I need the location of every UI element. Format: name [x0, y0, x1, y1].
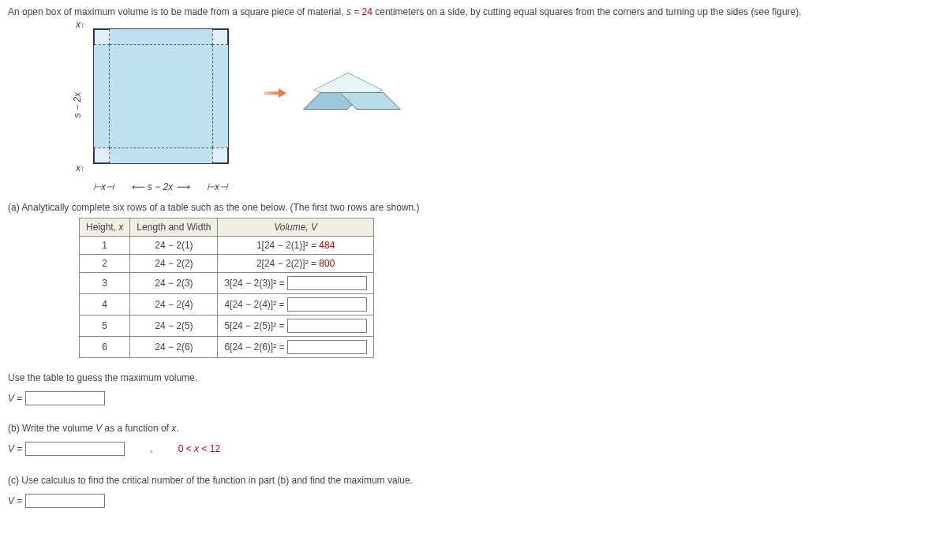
table-row: 124 − 2(1)1[24 − 2(1)]² = 484 [80, 237, 374, 255]
table-row: 224 − 2(2)2[24 − 2(2)]² = 800 [80, 255, 374, 273]
fold-bottom [110, 147, 212, 163]
side-label-bottom: ⟵ s − 2x ⟶ [131, 181, 189, 192]
part-c-row: V = [8, 494, 105, 508]
corner-cut-br [212, 147, 228, 163]
cell-length-width: 24 − 2(5) [130, 315, 218, 337]
equals: = [351, 6, 362, 17]
volume-value: 484 [319, 240, 335, 251]
figure-box3d [308, 65, 395, 121]
corner-cut-tl [94, 29, 110, 45]
cell-height: 6 [80, 337, 130, 358]
domain-constraint: 0 < x < 12 [178, 443, 220, 454]
bottom-labels: ⊢x⊣ ⟵ s − 2x ⟶ ⊢x⊣ [93, 181, 227, 192]
corner-cut-tr [212, 29, 228, 45]
table-row: 524 − 2(5)5[24 − 2(5)]² = [80, 315, 374, 337]
fold-left [94, 45, 110, 147]
cell-volume: 3[24 − 2(3)]² = [218, 273, 373, 294]
volume-input-row-6[interactable] [287, 340, 367, 354]
vertical-side-label: s − 2x [72, 92, 83, 118]
th-volume: Volume, V [218, 218, 373, 237]
cell-length-width: 24 − 2(4) [130, 294, 218, 315]
part-a-prompt: (a) Analytically complete six rows of a … [8, 202, 939, 213]
comma: , [150, 443, 152, 454]
volume-function-input[interactable] [25, 442, 125, 456]
x-label-br: ⊢x⊣ [207, 181, 227, 192]
table-row: 624 − 2(6)6[24 − 2(6)]² = [80, 337, 374, 358]
cell-length-width: 24 − 2(3) [130, 273, 218, 294]
v-equals-a: V = [8, 393, 22, 404]
volume-input-row-5[interactable] [287, 319, 367, 333]
guess-row: V = [8, 391, 105, 405]
square-sheet [93, 28, 229, 164]
x-label-bl: ⊢x⊣ [93, 181, 114, 192]
cell-height: 5 [80, 315, 130, 337]
table-row: 424 − 2(4)4[24 − 2(4)]² = [80, 294, 374, 315]
part-c-prompt: (c) Use calculus to find the critical nu… [8, 475, 939, 486]
v-equals-c: V = [8, 495, 22, 506]
volume-table: Height, x Length and Width Volume, V 124… [79, 218, 374, 358]
arrow-icon [264, 89, 288, 97]
x-label-bottom-left: x↕ [76, 162, 84, 174]
th-length-width: Length and Width [130, 218, 218, 237]
guess-max-volume-input[interactable] [25, 391, 105, 405]
problem-statement: An open box of maximum volume is to be m… [8, 6, 939, 17]
cell-length-width: 24 − 2(6) [130, 337, 218, 358]
cell-volume: 1[24 − 2(1)]² = 484 [218, 237, 373, 255]
volume-input-row-3[interactable] [287, 276, 367, 290]
cell-volume: 5[24 − 2(5)]² = [218, 315, 373, 337]
volume-value: 800 [319, 258, 335, 269]
cell-volume: 2[24 − 2(2)]² = 800 [218, 255, 373, 273]
fold-top [110, 29, 212, 45]
max-value-input[interactable] [25, 494, 105, 508]
th-height: Height, x [80, 218, 130, 237]
cell-height: 1 [80, 237, 130, 255]
cell-height: 3 [80, 273, 130, 294]
part-b-prompt: (b) Write the volume V as a function of … [8, 423, 939, 434]
table-row: 324 − 2(3)3[24 − 2(3)]² = [80, 273, 374, 294]
cell-height: 4 [80, 294, 130, 315]
figure-flat: s − 2x x↕ x↕ ⊢x⊣ ⟵ s − 2x ⟶ ⊢x⊣ [79, 22, 245, 188]
part-b-row: V = , 0 < x < 12 [8, 442, 220, 456]
cell-length-width: 24 − 2(1) [130, 237, 218, 255]
cell-volume: 4[24 − 2(4)]² = [218, 294, 373, 315]
fold-right [212, 45, 228, 147]
s-value: 24 [362, 6, 372, 17]
volume-input-row-4[interactable] [287, 297, 367, 312]
intro-post: centimeters on a side, by cutting equal … [372, 6, 802, 17]
figure: s − 2x x↕ x↕ ⊢x⊣ ⟵ s − 2x ⟶ ⊢x⊣ [79, 22, 939, 188]
v-equals-b: V = [8, 443, 22, 454]
intro-pre: An open box of maximum volume is to be m… [8, 6, 346, 17]
corner-cut-bl [94, 147, 110, 163]
x-label-top-left: x↕ [76, 19, 84, 30]
guess-prompt: Use the table to guess the maximum volum… [8, 372, 939, 383]
cell-height: 2 [80, 255, 130, 273]
cell-volume: 6[24 − 2(6)]² = [218, 337, 373, 358]
cell-length-width: 24 − 2(2) [130, 255, 218, 273]
